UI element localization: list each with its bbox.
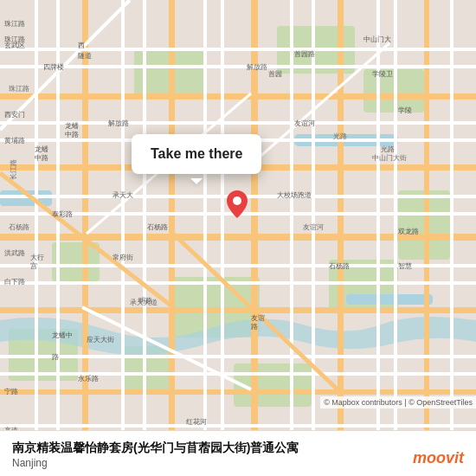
svg-text:路: 路 <box>251 323 258 331</box>
svg-text:龙蟠: 龙蟠 <box>35 145 48 153</box>
svg-text:长江路: 长江路 <box>10 159 17 180</box>
svg-text:大校场跑道: 大校场跑道 <box>277 191 312 199</box>
svg-text:明路: 明路 <box>138 297 152 305</box>
svg-text:承天大: 承天大 <box>113 191 133 199</box>
svg-rect-20 <box>169 0 175 476</box>
svg-text:中路: 中路 <box>65 131 79 138</box>
svg-text:中山门大街: 中山门大街 <box>372 154 407 162</box>
svg-rect-14 <box>0 93 476 100</box>
svg-rect-18 <box>0 389 476 395</box>
svg-rect-13 <box>346 294 433 305</box>
svg-text:西: 西 <box>78 42 85 49</box>
map-pin <box>227 190 248 218</box>
moovit-brand-text: moovit <box>413 449 464 467</box>
svg-text:友谊: 友谊 <box>251 314 265 322</box>
svg-text:龙蟠: 龙蟠 <box>65 122 79 130</box>
svg-text:宁路: 宁路 <box>4 388 18 396</box>
svg-rect-43 <box>312 0 315 476</box>
svg-text:玄武区: 玄武区 <box>4 42 25 49</box>
svg-rect-42 <box>290 0 293 476</box>
svg-text:石杨路: 石杨路 <box>329 262 350 270</box>
svg-text:常府街: 常府街 <box>113 254 133 261</box>
location-city: Nanjing <box>12 457 464 469</box>
svg-text:学陵卫: 学陵卫 <box>372 70 393 78</box>
svg-text:黄埔路: 黄埔路 <box>4 137 25 145</box>
svg-text:中山门大: 中山门大 <box>363 35 391 43</box>
svg-text:解放路: 解放路 <box>108 119 129 127</box>
svg-text:双龙路: 双龙路 <box>398 228 419 235</box>
svg-rect-40 <box>203 0 207 476</box>
svg-rect-17 <box>0 307 476 313</box>
svg-rect-36 <box>35 0 38 476</box>
svg-text:首园: 首园 <box>268 70 282 78</box>
svg-text:西安门: 西安门 <box>4 111 25 119</box>
svg-text:大行: 大行 <box>30 254 44 261</box>
svg-text:洪武路: 洪武路 <box>4 249 25 257</box>
svg-text:学陵: 学陵 <box>398 106 412 114</box>
map-attribution: © Mapbox contributors | © OpenStreetTile… <box>320 396 476 408</box>
svg-text:石杨路: 石杨路 <box>9 223 29 231</box>
svg-text:龙蟠中: 龙蟠中 <box>52 331 73 339</box>
attribution-text: © Mapbox contributors | © OpenStreetTile… <box>324 398 473 407</box>
svg-text:珠江路: 珠江路 <box>9 85 29 93</box>
take-me-there-button[interactable]: Take me there <box>151 146 242 162</box>
location-name: 南京精装温馨怡静套房(光华门与苜蓿园大街)普通公寓 <box>12 440 464 455</box>
svg-text:应天大街: 应天大街 <box>87 336 114 344</box>
svg-rect-41 <box>221 0 224 476</box>
svg-text:友谊河: 友谊河 <box>294 119 315 127</box>
moovit-logo: moovit <box>413 449 464 467</box>
svg-rect-24 <box>0 48 476 51</box>
svg-text:光路: 光路 <box>381 145 395 153</box>
svg-text:石杨路: 石杨路 <box>147 223 168 231</box>
svg-rect-39 <box>143 0 146 476</box>
svg-text:光路: 光路 <box>333 132 347 140</box>
svg-point-105 <box>233 196 241 205</box>
svg-text:泰彩路: 泰彩路 <box>52 210 73 218</box>
svg-rect-32 <box>0 355 476 358</box>
svg-text:白下路: 白下路 <box>4 278 25 286</box>
svg-rect-34 <box>0 424 476 428</box>
location-info-bar: 南京精装温馨怡静套房(光华门与苜蓿园大街)普通公寓 Nanjing moovit <box>0 430 476 476</box>
svg-text:解放路: 解放路 <box>247 63 267 71</box>
navigation-popup: Take me there <box>132 134 261 174</box>
map-container: 珠江路 中山门大街 石杨路 友谊河 承天大道 长江路 解放路 光路 珠江路 中山… <box>0 0 476 476</box>
svg-text:隧道: 隧道 <box>78 52 92 60</box>
svg-rect-31 <box>0 281 476 285</box>
svg-text:智慧: 智慧 <box>398 262 412 270</box>
svg-text:红花河: 红花河 <box>186 418 207 426</box>
svg-text:珠江路: 珠江路 <box>4 20 25 28</box>
svg-text:路: 路 <box>52 353 59 361</box>
svg-rect-21 <box>251 0 258 476</box>
svg-text:中路: 中路 <box>35 154 48 162</box>
svg-text:首园路: 首园路 <box>294 50 315 58</box>
svg-text:友谊河: 友谊河 <box>303 223 324 231</box>
svg-rect-33 <box>0 372 476 376</box>
svg-text:宫: 宫 <box>30 262 37 270</box>
svg-rect-25 <box>0 65 476 68</box>
svg-rect-38 <box>121 0 125 476</box>
svg-text:四牌楼: 四牌楼 <box>43 63 64 71</box>
popup-bubble: Take me there <box>132 134 261 174</box>
svg-text:永乐路: 永乐路 <box>78 375 99 383</box>
